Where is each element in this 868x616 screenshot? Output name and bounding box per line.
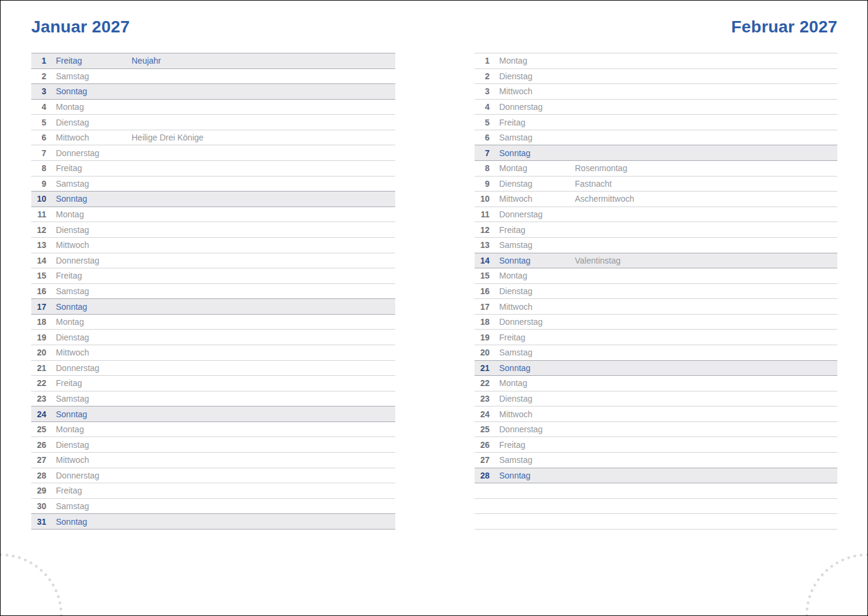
day-number: 16 <box>475 286 490 296</box>
calendar-row: 1FreitagNeujahr <box>31 53 395 68</box>
february-day-list: 1Montag2Dienstag3Mittwoch4Donnerstag5Fre… <box>475 53 837 530</box>
weekday-label: Montag <box>56 424 84 434</box>
weekday-label: Sonntag <box>499 363 530 373</box>
weekday-label: Dienstag <box>56 118 89 127</box>
weekday-label: Mittwoch <box>56 348 89 357</box>
month-february-section: Februar 2027 1Montag2Dienstag3Mittwoch4D… <box>475 17 837 37</box>
calendar-row: 6Samstag <box>475 130 837 145</box>
calendar-row: 14SonntagValentinstag <box>475 253 837 268</box>
calendar-row: 17Sonntag <box>31 298 395 314</box>
calendar-row: 26Freitag <box>475 436 837 452</box>
calendar-row: 9DienstagFastnacht <box>475 176 837 192</box>
weekday-label: Donnerstag <box>56 363 99 373</box>
holiday-label: Aschermittwoch <box>575 194 634 204</box>
empty-row <box>475 513 837 529</box>
day-number: 5 <box>475 118 490 127</box>
holiday-label: Neujahr <box>132 56 161 65</box>
weekday-label: Dienstag <box>56 225 89 235</box>
calendar-row: 20Mittwoch <box>31 345 395 360</box>
weekday-label: Sonntag <box>499 471 530 480</box>
calendar-row: 16Dienstag <box>475 283 837 299</box>
calendar-row: 4Montag <box>31 99 395 115</box>
calendar-row: 23Dienstag <box>475 391 837 406</box>
calendar-row: 21Sonntag <box>475 360 837 376</box>
calendar-page: Januar 2027 1FreitagNeujahr2Samstag3Sonn… <box>0 0 868 616</box>
day-number: 17 <box>31 302 46 312</box>
day-number: 19 <box>31 333 46 342</box>
weekday-label: Montag <box>499 378 527 388</box>
day-number: 2 <box>31 71 46 81</box>
calendar-row: 10MittwochAschermittwoch <box>475 191 837 207</box>
calendar-row: 28Sonntag <box>475 468 837 483</box>
calendar-row: 7Donnerstag <box>31 145 395 160</box>
weekday-label: Donnerstag <box>56 256 99 265</box>
weekday-label: Donnerstag <box>499 102 542 112</box>
weekday-label: Samstag <box>499 133 532 142</box>
day-number: 21 <box>31 363 46 373</box>
calendar-row: 1Montag <box>475 53 837 68</box>
weekday-label: Sonntag <box>56 86 87 96</box>
weekday-label: Freitag <box>499 118 526 127</box>
calendar-row: 20Samstag <box>475 345 837 360</box>
day-number: 11 <box>475 210 490 219</box>
weekday-label: Mittwoch <box>56 133 89 142</box>
day-number: 13 <box>31 240 46 250</box>
weekday-label: Montag <box>499 163 527 173</box>
calendar-row: 10Sonntag <box>31 191 395 207</box>
weekday-label: Freitag <box>499 440 526 450</box>
weekday-label: Sonntag <box>56 194 87 204</box>
day-number: 3 <box>31 86 46 96</box>
weekday-label: Freitag <box>56 378 82 388</box>
month-january-section: Januar 2027 1FreitagNeujahr2Samstag3Sonn… <box>31 17 395 37</box>
day-number: 11 <box>31 210 46 219</box>
calendar-row: 18Donnerstag <box>475 314 837 330</box>
table-bottom-line <box>475 529 837 530</box>
day-number: 28 <box>475 471 490 480</box>
calendar-row: 8MontagRosenmontag <box>475 160 837 176</box>
weekday-label: Montag <box>499 271 527 280</box>
weekday-label: Donnerstag <box>499 424 542 434</box>
calendar-row: 3Mittwoch <box>475 83 837 99</box>
calendar-row: 17Mittwoch <box>475 298 837 314</box>
day-number: 4 <box>475 102 490 112</box>
calendar-row: 15Freitag <box>31 268 395 283</box>
empty-row <box>475 498 837 514</box>
holiday-label: Rosenmontag <box>575 163 627 173</box>
weekday-label: Sonntag <box>56 517 87 527</box>
weekday-label: Mittwoch <box>56 240 89 250</box>
weekday-label: Samstag <box>56 394 89 403</box>
day-number: 10 <box>31 194 46 204</box>
weekday-label: Freitag <box>56 271 82 280</box>
calendar-row: 13Samstag <box>475 237 837 253</box>
weekday-label: Freitag <box>499 225 526 235</box>
day-number: 26 <box>475 440 490 450</box>
holiday-label: Valentinstag <box>575 256 621 265</box>
day-number: 2 <box>475 71 490 81</box>
weekday-label: Sonntag <box>499 256 530 265</box>
day-number: 1 <box>475 56 490 65</box>
day-number: 21 <box>475 363 490 373</box>
day-number: 7 <box>475 148 490 158</box>
calendar-row: 5Dienstag <box>31 114 395 130</box>
calendar-row: 22Freitag <box>31 375 395 391</box>
weekday-label: Dienstag <box>499 71 532 81</box>
day-number: 25 <box>475 424 490 434</box>
calendar-row: 19Dienstag <box>31 329 395 345</box>
weekday-label: Mittwoch <box>499 409 532 419</box>
day-number: 18 <box>475 317 490 327</box>
day-number: 23 <box>475 394 490 403</box>
calendar-row: 25Montag <box>31 421 395 437</box>
calendar-row: 9Samstag <box>31 176 395 192</box>
calendar-row: 19Freitag <box>475 329 837 345</box>
day-number: 19 <box>475 333 490 342</box>
weekday-label: Donnerstag <box>499 317 542 327</box>
day-number: 27 <box>31 455 46 465</box>
calendar-row: 24Mittwoch <box>475 406 837 421</box>
day-number: 27 <box>475 455 490 465</box>
calendar-row: 11Montag <box>31 207 395 222</box>
holiday-label: Heilige Drei Könige <box>132 133 204 142</box>
calendar-row: 3Sonntag <box>31 83 395 99</box>
calendar-row: 12Dienstag <box>31 222 395 237</box>
calendar-row: 15Montag <box>475 268 837 283</box>
day-number: 17 <box>475 302 490 312</box>
